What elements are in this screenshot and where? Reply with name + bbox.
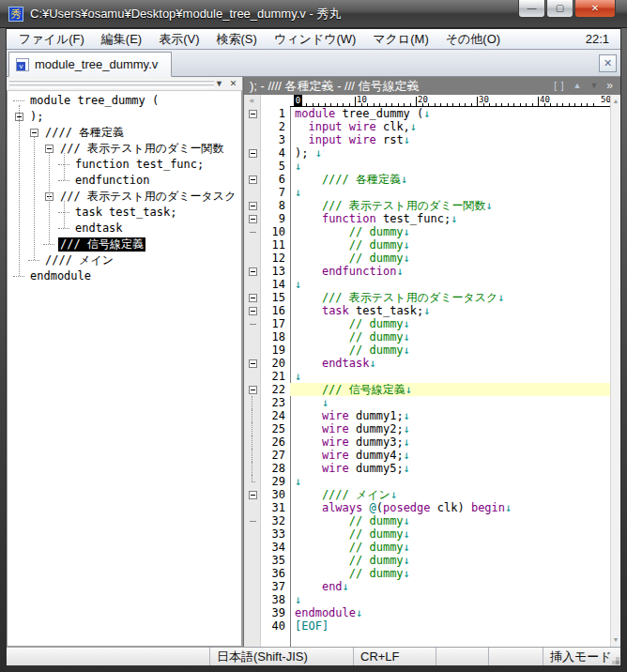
code-text[interactable]: // dummy↓ [290, 317, 610, 330]
code-line[interactable]: 27 wire dummy4;↓ [244, 449, 610, 462]
fold-toggle-icon[interactable] [249, 215, 257, 223]
code-text[interactable]: module tree_dummy (↓ [290, 107, 610, 120]
code-line[interactable]: 39endmodule↓ [244, 606, 610, 619]
code-text[interactable]: input wire rst↓ [290, 133, 610, 146]
scroll-up-icon[interactable]: ▲ [611, 98, 620, 105]
tree-item[interactable]: module tree_dummy ( [8, 93, 241, 109]
fold-toggle-icon[interactable] [249, 176, 257, 184]
code-line[interactable]: 3 input wire rst↓ [244, 133, 610, 146]
tree-item[interactable]: /// 表示テスト用のダミー関数 [8, 141, 241, 157]
code-text[interactable]: endtask↓ [290, 357, 610, 370]
code-text[interactable]: function test_func;↓ [290, 212, 610, 225]
code-line[interactable]: 32 // dummy↓ [244, 514, 610, 527]
code-text[interactable]: // dummy↓ [290, 514, 610, 527]
menu-item[interactable]: マクロ(M) [364, 29, 436, 49]
code-line[interactable]: 16 task test_task;↓ [244, 304, 610, 317]
code-line[interactable]: 4); ↓ [244, 146, 610, 160]
fold-toggle-icon[interactable] [249, 149, 257, 158]
tree-expander-icon[interactable] [45, 145, 54, 153]
tree-item-label[interactable]: task test_task; [75, 206, 176, 220]
code-text[interactable]: endmodule↓ [290, 606, 610, 619]
code-text[interactable]: endfunction↓ [290, 265, 610, 278]
menu-item[interactable]: 検索(S) [208, 29, 266, 49]
tree-item-label[interactable]: endtask [75, 221, 123, 236]
code-text[interactable]: wire dummy1;↓ [290, 409, 610, 422]
code-line[interactable]: 28 wire dummy5;↓ [244, 462, 610, 475]
code-text[interactable]: // dummy↓ [290, 554, 610, 567]
code-text[interactable]: // dummy↓ [290, 252, 610, 265]
fold-toggle-icon[interactable] [249, 267, 257, 276]
menu-item[interactable]: ウィンドウ(W) [266, 29, 364, 49]
tree-item[interactable]: task test_task; [8, 205, 241, 221]
code-line[interactable]: 21↓ [244, 370, 610, 383]
code-text[interactable]: ); ↓ [290, 146, 610, 160]
code-line[interactable]: 29↓ [244, 475, 610, 488]
code-line[interactable]: 15 /// 表示テスト用のダミータスク↓ [244, 291, 610, 304]
menu-item[interactable]: 編集(E) [93, 29, 150, 49]
code-text[interactable]: // dummy↓ [290, 330, 610, 344]
code-text[interactable]: end↓ [290, 580, 610, 593]
tree-item-label[interactable]: ); [30, 110, 43, 124]
code-line[interactable]: 7↓ [244, 186, 610, 199]
code-line[interactable]: 40[EOF] [244, 619, 610, 633]
code-line[interactable]: 30 //// メイン↓ [244, 488, 610, 501]
code-line[interactable]: 23 ↓ [244, 396, 610, 409]
code-text[interactable]: wire dummy2;↓ [290, 422, 610, 435]
more-chevron-icon[interactable]: » [606, 77, 613, 95]
next-section-icon[interactable]: ▼ [589, 77, 598, 95]
code-line[interactable]: 34 // dummy↓ [244, 541, 610, 554]
title-bar[interactable]: 秀 C:¥Users¥osamu¥Desktop¥module_tree_dum… [0, 0, 627, 28]
tree-item[interactable]: /// 信号線定義 [8, 237, 241, 252]
code-line[interactable]: 11 // dummy↓ [244, 238, 610, 252]
tree-item[interactable]: endfunction [8, 173, 241, 189]
code-line[interactable]: 10 // dummy↓ [244, 225, 610, 238]
code-line[interactable]: 12 // dummy↓ [244, 252, 610, 265]
tab-module-tree-dummy[interactable]: v module_tree_dummy.v [8, 52, 172, 77]
code-line[interactable]: 13 endfunction↓ [244, 265, 610, 278]
prev-section-icon[interactable]: ▲ [573, 77, 581, 95]
code-text[interactable]: /// 表示テスト用のダミー関数↓ [290, 199, 610, 212]
tree-item-label[interactable]: /// 表示テスト用のダミー関数 [60, 142, 224, 156]
fold-toggle-icon[interactable] [249, 110, 257, 118]
tree-item-label[interactable]: function test_func; [75, 158, 204, 172]
code-line[interactable]: 25 wire dummy2;↓ [244, 422, 610, 435]
tree-item[interactable]: ); [8, 109, 241, 125]
fold-toggle-icon[interactable] [249, 359, 257, 368]
code-text[interactable]: // dummy↓ [290, 541, 610, 554]
code-text[interactable]: input wire clk,↓ [290, 120, 610, 133]
fold-toggle-icon[interactable] [249, 307, 257, 315]
code-line[interactable]: 33 // dummy↓ [244, 527, 610, 541]
tree-item[interactable]: endtask [8, 221, 241, 237]
panel-close-icon[interactable]: ✕ [227, 78, 239, 90]
panel-gripper[interactable]: ▼ ✕ [7, 77, 242, 91]
code-line[interactable]: 8 /// 表示テスト用のダミー関数↓ [244, 199, 610, 212]
menu-item[interactable]: 表示(V) [150, 29, 207, 49]
code-line[interactable]: 37 end↓ [244, 580, 610, 593]
code-text[interactable]: ↓ [290, 186, 610, 199]
code-area[interactable]: 1module tree_dummy (↓2 input wire clk,↓3… [244, 107, 610, 647]
code-line[interactable]: 38↓ [244, 593, 610, 606]
scroll-down-icon[interactable]: ▼ [611, 636, 620, 644]
code-text[interactable]: //// メイン↓ [290, 488, 610, 501]
code-text[interactable]: wire dummy5;↓ [290, 462, 610, 475]
minimize-button[interactable]: — [518, 0, 545, 18]
code-line[interactable]: 9 function test_func;↓ [244, 212, 610, 225]
code-text[interactable]: always @(posedge clk) begin↓ [290, 501, 610, 514]
tree-item-label[interactable]: /// 信号線定義 [58, 237, 145, 252]
code-text[interactable]: ↓ [290, 160, 610, 173]
code-text[interactable]: //// 各種定義↓ [290, 173, 610, 186]
close-button[interactable]: ✕ [574, 0, 616, 18]
code-text[interactable]: // dummy↓ [290, 567, 610, 580]
code-text[interactable]: task test_task;↓ [290, 304, 610, 317]
fold-toggle-icon[interactable] [249, 491, 257, 499]
vertical-scrollbar[interactable]: ▲ ▼ [610, 95, 620, 647]
code-line[interactable]: 14↓ [244, 278, 610, 291]
code-text[interactable]: // dummy↓ [290, 238, 610, 252]
code-line[interactable]: 19 // dummy↓ [244, 344, 610, 357]
tree-item[interactable]: function test_func; [8, 157, 241, 173]
bracket-icon[interactable]: [ ] [554, 77, 564, 95]
code-line[interactable]: 18 // dummy↓ [244, 330, 610, 344]
fold-toggle-icon[interactable] [249, 386, 257, 394]
menu-item[interactable]: ファイル(F) [10, 29, 93, 49]
tree-expander-icon[interactable] [30, 129, 38, 137]
